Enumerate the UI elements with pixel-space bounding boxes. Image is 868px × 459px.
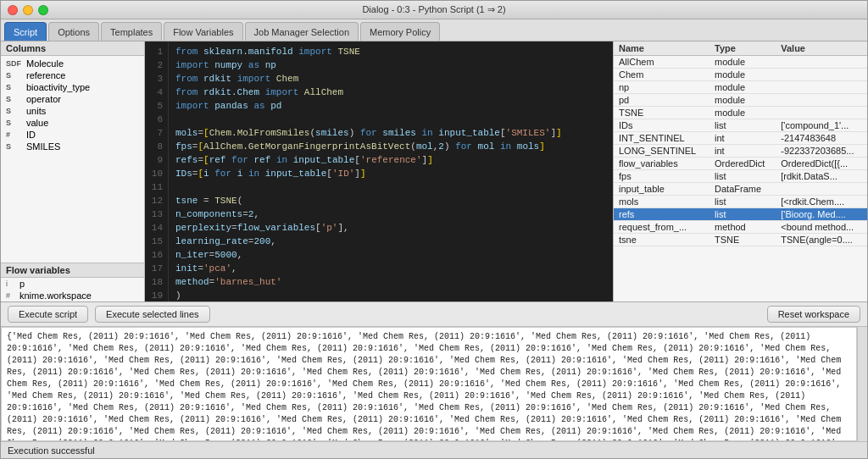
table-row[interactable]: fps list [rdkit.DataS... [614, 170, 867, 183]
list-item[interactable]: i p [1, 278, 144, 290]
var-name: AllChem [614, 56, 709, 69]
table-row[interactable]: INT_SENTINEL int -2147483648 [614, 132, 867, 145]
var-value: [<rdkit.Chem.... [776, 196, 867, 208]
var-type: int [709, 145, 776, 158]
list-item[interactable]: S units [1, 105, 144, 117]
table-row[interactable]: mols list [<rdkit.Chem.... [614, 196, 867, 208]
var-value: [rdkit.DataS... [776, 170, 867, 183]
molecule-type-icon: SDF [6, 59, 23, 68]
var-type: module [709, 94, 776, 107]
tab-templates[interactable]: Templates [101, 22, 162, 41]
string-type-icon: S [6, 119, 23, 127]
string-type-icon: S [6, 95, 23, 103]
table-row[interactable]: LONG_SENTINEL int -922337203685... [614, 145, 867, 158]
tab-job-manager[interactable]: Job Manager Selection [245, 22, 359, 41]
table-row[interactable]: AllChem module [614, 56, 867, 69]
maximize-button[interactable] [38, 5, 48, 15]
var-name: request_from_... [614, 221, 709, 234]
action-center: Execute script Execute selected lines [8, 306, 210, 323]
list-item[interactable]: # knime.workspace [1, 290, 144, 301]
flow-var-name: knime.workspace [19, 290, 92, 301]
list-item[interactable]: S bioactivity_type [1, 81, 144, 93]
var-name: INT_SENTINEL [614, 132, 709, 145]
table-row[interactable]: request_from_... method <bound method... [614, 221, 867, 234]
list-item[interactable]: S SMILES [1, 141, 144, 152]
type-column-header: Type [709, 41, 776, 56]
var-type: method [709, 221, 776, 234]
var-type: int [709, 132, 776, 145]
action-bar: Execute script Execute selected lines Re… [1, 302, 867, 327]
editor-panel[interactable]: 1 2 3 4 5 6 7 8 9 10 11 12 13 14 15 16 1… [145, 41, 613, 301]
column-name: units [26, 106, 46, 116]
list-item[interactable]: SDF Molecule [1, 58, 144, 69]
list-item[interactable]: # ID [1, 129, 144, 141]
tab-flow-variables[interactable]: Flow Variables [164, 22, 242, 41]
var-type: list [709, 170, 776, 183]
var-value: <bound method... [776, 221, 867, 234]
var-value: OrderedDict([{... [776, 158, 867, 170]
table-row[interactable]: pd module [614, 94, 867, 107]
var-value: -2147483648 [776, 132, 867, 145]
table-row[interactable]: np module [614, 81, 867, 94]
execute-script-button[interactable]: Execute script [8, 306, 88, 323]
close-button[interactable] [8, 5, 18, 15]
var-value [776, 183, 867, 196]
list-item[interactable]: S operator [1, 93, 144, 105]
string-type-icon: S [6, 107, 23, 115]
status-text: Execution successful [8, 445, 95, 456]
column-name: bioactivity_type [26, 82, 90, 92]
list-item[interactable]: S reference [1, 69, 144, 81]
var-value [776, 107, 867, 119]
column-name: value [26, 118, 48, 128]
var-name: flow_variables [614, 158, 709, 170]
execute-selected-button[interactable]: Execute selected lines [95, 306, 209, 323]
table-row[interactable]: TSNE module [614, 107, 867, 119]
var-type: module [709, 81, 776, 94]
reset-workspace-button[interactable]: Reset workspace [767, 306, 860, 323]
var-value [776, 94, 867, 107]
table-row[interactable]: flow_variables OrderedDict OrderedDict([… [614, 158, 867, 170]
table-row-selected[interactable]: refs list ['Bioorg. Med.... [614, 208, 867, 221]
var-value [776, 69, 867, 81]
list-item[interactable]: S value [1, 117, 144, 129]
table-row[interactable]: input_table DataFrame [614, 183, 867, 196]
columns-header: Columns [1, 41, 144, 56]
table-row[interactable]: tsne TSNE TSNE(angle=0.... [614, 234, 867, 246]
var-type: module [709, 107, 776, 119]
var-type: list [709, 196, 776, 208]
string-type-icon: S [6, 71, 23, 80]
var-value: TSNE(angle=0.... [776, 234, 867, 246]
table-row[interactable]: Chem module [614, 69, 867, 81]
var-name: pd [614, 94, 709, 107]
window-controls [8, 5, 48, 15]
var-type: DataFrame [709, 183, 776, 196]
tab-memory-policy[interactable]: Memory Policy [360, 22, 440, 41]
main-window: Dialog - 0:3 - Python Script (1 ⇒ 2) Scr… [0, 0, 868, 459]
scrollbar[interactable] [857, 327, 867, 441]
variables-table[interactable]: Name Type Value AllChem module Chem [614, 41, 867, 301]
window-title: Dialog - 0:3 - Python Script (1 ⇒ 2) [362, 4, 505, 15]
flow-vars-header: Flow variables [1, 263, 144, 278]
table-row[interactable]: IDs list ['compound_1'... [614, 119, 867, 132]
var-name: refs [614, 208, 709, 221]
var-name: Chem [614, 69, 709, 81]
var-type: module [709, 56, 776, 69]
code-area[interactable]: 1 2 3 4 5 6 7 8 9 10 11 12 13 14 15 16 1… [145, 41, 613, 301]
left-panel: Columns SDF Molecule S reference S bioac… [1, 41, 145, 301]
output-area[interactable]: {'Med Chem Res, (2011) 20:9:1616', 'Med … [1, 327, 857, 441]
tab-bar: Script Options Templates Flow Variables … [1, 19, 867, 41]
var-value: ['compound_1'... [776, 119, 867, 132]
string-type-icon: S [6, 83, 23, 91]
var-name: IDs [614, 119, 709, 132]
flow-vars-panel: Flow variables i p # knime.workspace [1, 263, 144, 301]
code-content[interactable]: from sklearn.manifold import TSNE import… [169, 41, 613, 301]
title-bar: Dialog - 0:3 - Python Script (1 ⇒ 2) [1, 1, 867, 19]
var-name: input_table [614, 183, 709, 196]
var-name: tsne [614, 234, 709, 246]
flow-var-name: p [19, 279, 25, 289]
tab-options[interactable]: Options [48, 22, 99, 41]
tab-script[interactable]: Script [4, 22, 47, 41]
string-type-icon: S [6, 142, 23, 151]
minimize-button[interactable] [23, 5, 33, 15]
name-column-header: Name [614, 41, 709, 56]
